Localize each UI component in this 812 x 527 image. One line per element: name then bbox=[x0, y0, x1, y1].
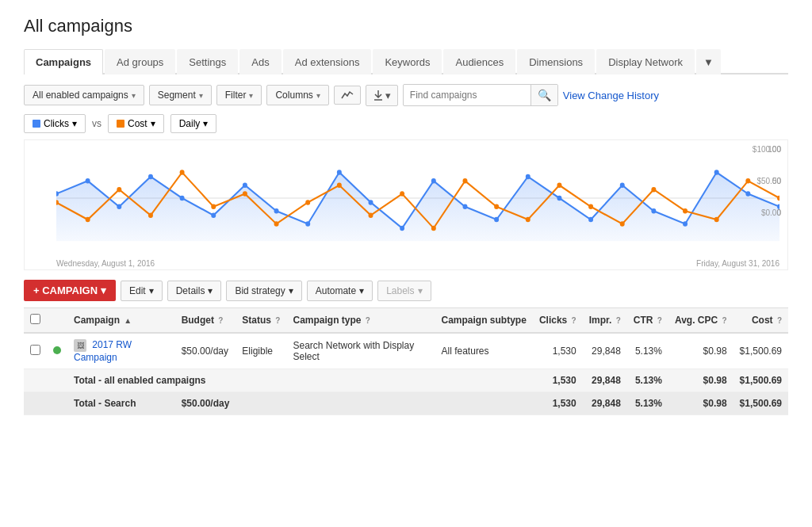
search-button[interactable]: 🔍 bbox=[530, 85, 557, 105]
svg-point-16 bbox=[463, 204, 468, 210]
automate-button[interactable]: Automate ▾ bbox=[307, 281, 373, 301]
svg-point-7 bbox=[180, 196, 185, 201]
svg-point-46 bbox=[651, 187, 656, 193]
add-campaign-button[interactable]: + CAMPAIGN ▾ bbox=[24, 280, 116, 301]
campaigns-filter-button[interactable]: All enabled campaigns ▾ bbox=[24, 85, 144, 105]
row-checkbox[interactable] bbox=[30, 345, 40, 355]
filter-button[interactable]: Filter ▾ bbox=[216, 85, 262, 105]
details-label: Details bbox=[176, 285, 205, 296]
segment-arrow: ▾ bbox=[199, 91, 203, 100]
metric1-arrow: ▾ bbox=[72, 118, 77, 129]
view-history-link[interactable]: View Change History bbox=[563, 90, 659, 101]
svg-point-8 bbox=[211, 212, 216, 218]
clicks-help-icon[interactable]: ? bbox=[572, 316, 576, 325]
main-tabs: Campaigns Ad groups Settings Ads Ad exte… bbox=[24, 49, 788, 74]
svg-point-47 bbox=[683, 208, 688, 214]
bid-strategy-arrow: ▾ bbox=[289, 285, 293, 296]
edit-button[interactable]: Edit ▾ bbox=[121, 281, 163, 301]
bid-strategy-button[interactable]: Bid strategy ▾ bbox=[226, 281, 301, 301]
tab-settings[interactable]: Settings bbox=[177, 49, 238, 74]
tab-audiences[interactable]: Audiences bbox=[443, 49, 515, 74]
avg-cpc-help-icon[interactable]: ? bbox=[722, 316, 726, 325]
status-help-icon[interactable]: ? bbox=[275, 316, 280, 325]
ctr-help-icon[interactable]: ? bbox=[657, 316, 662, 325]
search-input[interactable] bbox=[404, 86, 530, 105]
col-header-campaign[interactable]: Campaign ▲ bbox=[67, 308, 175, 334]
campaign-toolbar: + CAMPAIGN ▾ Edit ▾ Details ▾ Bid strate… bbox=[24, 280, 788, 301]
metric2-color-dot bbox=[117, 120, 124, 128]
svg-point-17 bbox=[494, 217, 499, 223]
total-search-clicks: 1,530 bbox=[533, 392, 583, 415]
row-status-cell: Eligible bbox=[236, 333, 286, 369]
col-header-status: Status ? bbox=[236, 308, 286, 334]
segment-button[interactable]: Segment ▾ bbox=[149, 85, 212, 105]
tab-adextensions[interactable]: Ad extensions bbox=[283, 49, 372, 74]
svg-point-4 bbox=[86, 178, 90, 184]
total-search-row: Total - Search $50.00/day 1,530 29,848 5… bbox=[24, 392, 788, 415]
svg-point-43 bbox=[557, 183, 561, 189]
add-campaign-arrow: ▾ bbox=[101, 285, 106, 296]
automate-arrow: ▾ bbox=[359, 285, 364, 296]
chart-controls: Clicks ▾ vs Cost ▾ Daily ▾ bbox=[24, 114, 788, 133]
vs-label: vs bbox=[92, 118, 102, 129]
campaign-type-help-icon[interactable]: ? bbox=[366, 316, 370, 325]
download-arrow: ▾ bbox=[385, 90, 391, 101]
svg-point-25 bbox=[745, 191, 750, 197]
select-all-checkbox[interactable] bbox=[30, 314, 40, 324]
tabs-more-button[interactable]: ▼ bbox=[696, 49, 721, 74]
col-header-clicks: Clicks ? bbox=[533, 308, 583, 334]
page-title: All campaigns bbox=[24, 16, 788, 36]
total-search-subtype bbox=[435, 392, 533, 415]
period-button[interactable]: Daily ▾ bbox=[170, 114, 217, 133]
chart-icon bbox=[341, 90, 354, 100]
metric1-button[interactable]: Clicks ▾ bbox=[24, 114, 86, 133]
total-search-label: Total - Search bbox=[67, 392, 175, 415]
svg-point-12 bbox=[337, 170, 342, 175]
svg-point-13 bbox=[369, 200, 373, 205]
total-all-avg-cpc: $0.98 bbox=[668, 369, 733, 392]
tab-displaynetwork[interactable]: Display Network bbox=[596, 49, 695, 74]
filter-label: Filter bbox=[225, 90, 247, 101]
total-search-check bbox=[24, 392, 47, 415]
row-status-cell bbox=[47, 333, 67, 369]
tab-ads[interactable]: Ads bbox=[239, 49, 281, 74]
details-button[interactable]: Details ▾ bbox=[167, 281, 222, 301]
y-right-label-50: $50.00 bbox=[756, 177, 781, 185]
impr-help-icon[interactable]: ? bbox=[616, 316, 621, 325]
budget-help-icon[interactable]: ? bbox=[218, 316, 223, 325]
svg-point-39 bbox=[431, 226, 436, 231]
y-right-label-0: $0.00 bbox=[761, 208, 781, 217]
status-eligible-label: Eligible bbox=[242, 346, 273, 357]
svg-point-5 bbox=[117, 204, 121, 210]
tab-keywords[interactable]: Keywords bbox=[373, 49, 442, 74]
svg-point-20 bbox=[588, 217, 593, 223]
svg-point-9 bbox=[243, 183, 247, 189]
total-search-dot bbox=[47, 392, 67, 415]
edit-arrow: ▾ bbox=[149, 285, 154, 296]
sort-arrow-icon: ▲ bbox=[124, 316, 132, 325]
col-header-ctr: CTR ? bbox=[627, 308, 668, 334]
columns-button[interactable]: Columns ▾ bbox=[266, 85, 328, 105]
labels-button[interactable]: Labels ▾ bbox=[377, 281, 431, 301]
tab-campaigns[interactable]: Campaigns bbox=[24, 49, 103, 74]
metric2-button[interactable]: Cost ▾ bbox=[108, 114, 164, 133]
campaign-icon: 🖼 bbox=[74, 339, 86, 352]
svg-point-45 bbox=[620, 221, 625, 227]
svg-point-33 bbox=[243, 191, 247, 197]
row-budget-cell: $50.00/day bbox=[175, 333, 236, 369]
chart-icon-button[interactable] bbox=[334, 86, 361, 105]
download-button[interactable]: ▾ bbox=[366, 85, 398, 106]
col-header-campaign-subtype: Campaign subtype bbox=[435, 308, 533, 334]
svg-point-28 bbox=[86, 217, 90, 223]
automate-label: Automate bbox=[316, 285, 356, 296]
cost-help-icon[interactable]: ? bbox=[777, 316, 782, 325]
svg-point-49 bbox=[745, 178, 750, 184]
tab-adgroups[interactable]: Ad groups bbox=[105, 49, 175, 74]
tab-dimensions[interactable]: Dimensions bbox=[517, 49, 595, 74]
total-all-row: Total - all enabled campaigns 1,530 29,8… bbox=[24, 369, 788, 392]
svg-point-11 bbox=[305, 221, 310, 227]
add-campaign-label: + CAMPAIGN bbox=[33, 285, 98, 296]
total-all-label: Total - all enabled campaigns bbox=[67, 369, 533, 392]
row-campaign-subtype-cell: All features bbox=[435, 333, 533, 369]
edit-label: Edit bbox=[129, 285, 146, 296]
